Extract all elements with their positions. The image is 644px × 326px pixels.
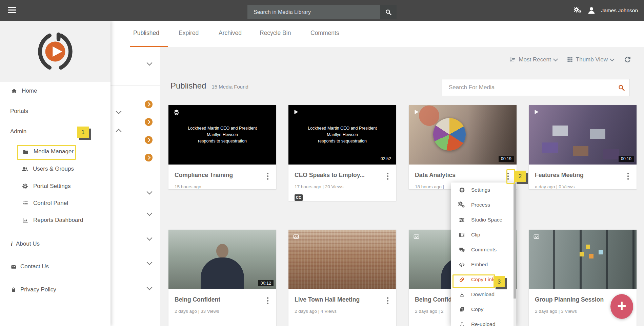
media-title[interactable]: Data Analytics [415, 172, 456, 179]
sidebar-item-control-panel[interactable]: Control Panel [0, 198, 132, 209]
menu-item-download[interactable]: Download [451, 287, 516, 302]
envelope-icon [10, 264, 17, 270]
kebab-menu-icon[interactable] [265, 172, 270, 181]
chevron-down-icon[interactable] [147, 260, 153, 265]
sort-label: Most Recent [519, 56, 551, 63]
media-search-input[interactable] [442, 79, 613, 96]
menu-item-studio-space[interactable]: Studio Space [451, 212, 516, 227]
media-search-button[interactable] [613, 79, 629, 96]
refresh-icon[interactable] [623, 55, 632, 64]
media-card[interactable]: 00:10 Features Meeting a day ago | 0 Vie… [529, 105, 637, 189]
media-card[interactable]: Lockheed Martin CEO and PresidentMarilly… [168, 105, 276, 189]
tab-recycle-bin[interactable]: Recycle Bin [260, 30, 291, 37]
kebab-menu-icon[interactable] [385, 296, 390, 305]
tab-comments[interactable]: Comments [310, 30, 339, 37]
kebab-menu-icon[interactable] [265, 296, 270, 305]
chevron-down-icon[interactable] [147, 60, 153, 66]
media-card[interactable]: 00:19 Data Analytics 18 hours ago | [409, 105, 517, 189]
search-icon [618, 84, 625, 91]
library-search-button[interactable] [380, 5, 397, 19]
go-circle-icon[interactable] [145, 136, 153, 144]
menu-item-process[interactable]: Process [451, 197, 516, 212]
sidebar-item-home[interactable]: Home [0, 85, 121, 96]
kebab-menu-icon[interactable] [385, 172, 390, 181]
media-title[interactable]: CEO Speaks to Employ... [295, 172, 365, 179]
video-thumbnail[interactable] [288, 230, 396, 289]
menu-item-clip[interactable]: Clip [451, 227, 516, 242]
user-name[interactable]: James Johnson [601, 7, 638, 14]
sidebar-item-about-us[interactable]: i About Us [0, 238, 121, 249]
sidebar-item-portal-settings[interactable]: Portal Settings [0, 181, 132, 192]
brand-logo [34, 30, 77, 73]
video-thumbnail[interactable]: 00:19 [409, 105, 517, 165]
media-title[interactable]: Compliance Training [175, 172, 233, 179]
grid-view-icon [567, 56, 573, 63]
lock-icon [10, 287, 17, 293]
menu-scrollbar[interactable] [514, 183, 516, 326]
video-thumbnail[interactable]: 00:10 [529, 105, 637, 165]
settings-gears-icon[interactable] [574, 6, 582, 15]
menu-item-embed[interactable]: Embed [451, 257, 516, 272]
media-count: 15 Media Found [212, 84, 248, 90]
video-thumbnail[interactable] [529, 230, 637, 289]
user-avatar-icon[interactable] [587, 6, 596, 15]
media-card[interactable]: 00:12 Being Confident 2 days ago | 33 Vi… [168, 230, 276, 326]
media-meta: 15 hours ago [175, 184, 270, 189]
results-header: Published 15 Media Found [170, 81, 248, 91]
tab-published[interactable]: Published [133, 30, 159, 37]
chevron-down-icon [116, 109, 122, 114]
sidebar-item-privacy-policy[interactable]: Privacy Policy [0, 284, 121, 295]
annotation-badge-2: 2 [515, 171, 526, 182]
go-circle-icon[interactable] [145, 118, 153, 126]
chevron-down-icon[interactable] [147, 285, 153, 290]
media-title[interactable]: Live Town Hall Meeting [295, 296, 360, 303]
kebab-menu-icon[interactable] [626, 172, 631, 181]
tab-archived[interactable]: Archived [219, 30, 242, 37]
users-icon [21, 166, 28, 173]
sidebar-item-portals[interactable]: Portals [0, 106, 133, 117]
video-thumbnail[interactable]: 00:12 [168, 230, 276, 289]
hamburger-menu-icon[interactable] [8, 7, 16, 14]
play-icon [293, 109, 299, 115]
media-context-menu: Settings Process Studio Space [451, 183, 516, 326]
go-circle-icon[interactable] [145, 100, 153, 108]
media-card[interactable]: Lockheed Martin CEO and PresidentMarilly… [288, 105, 396, 201]
chevron-down-icon[interactable] [147, 210, 153, 216]
home-icon [10, 88, 18, 94]
menu-item-copy[interactable]: Copy [451, 302, 516, 317]
image-icon [293, 233, 299, 240]
sidebar-item-contact-us[interactable]: Contact Us [0, 261, 121, 272]
kebab-menu-icon[interactable] [506, 172, 511, 181]
go-circle-icon[interactable] [145, 154, 153, 161]
media-title[interactable]: Group Planning Session [535, 296, 604, 303]
sidebar-item-media-manager[interactable]: Media Manager [0, 146, 132, 157]
chevron-down-icon[interactable] [147, 235, 153, 241]
video-thumbnail[interactable]: Lockheed Martin CEO and PresidentMarilly… [168, 105, 276, 165]
view-control[interactable]: Thumb View [567, 56, 614, 63]
media-search [442, 79, 630, 96]
library-search-input[interactable] [247, 5, 380, 19]
sidebar-item-reports-dashboard[interactable]: Reports Dashboard [0, 215, 132, 226]
play-icon [413, 109, 419, 115]
code-icon [458, 262, 465, 268]
menu-item-comments[interactable]: Comments [451, 242, 516, 257]
folder-icon [22, 149, 29, 155]
menu-item-re-upload[interactable]: Re-upload [451, 317, 516, 326]
add-media-button[interactable]: + [610, 294, 633, 319]
sidebar-item-users-groups[interactable]: Users & Groups [0, 164, 132, 174]
menu-item-settings[interactable]: Settings [451, 183, 516, 197]
media-title[interactable]: Features Meeting [535, 172, 584, 179]
info-icon: i [11, 241, 13, 248]
gears-icon [458, 202, 465, 209]
copy-icon [458, 306, 465, 312]
video-thumbnail[interactable]: Lockheed Martin CEO and PresidentMarilly… [288, 105, 396, 165]
media-title[interactable]: Being Confident [175, 296, 220, 303]
media-card[interactable]: Live Town Hall Meeting 2 days ago | 4 Vi… [288, 230, 396, 326]
menu-item-copy-link[interactable]: Copy Link [451, 272, 516, 287]
search-icon [385, 9, 392, 16]
scrollbar-thumb[interactable] [514, 183, 516, 299]
sort-control[interactable]: Most Recent [509, 56, 557, 63]
sidebar-item-admin[interactable]: Admin [0, 126, 133, 137]
tab-expired[interactable]: Expired [179, 30, 199, 37]
chevron-down-icon[interactable] [147, 189, 153, 195]
